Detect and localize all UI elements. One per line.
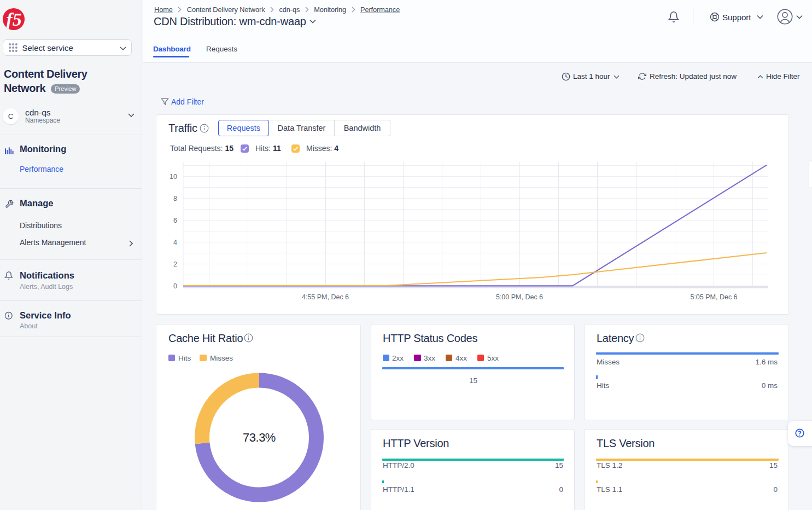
svg-text:10: 10	[170, 173, 177, 181]
svg-text:73.3%: 73.3%	[243, 431, 276, 444]
svg-text:4:55 PM, Dec 6: 4:55 PM, Dec 6	[302, 293, 349, 301]
svg-text:5:05 PM, Dec 6: 5:05 PM, Dec 6	[690, 293, 737, 301]
svg-text:4: 4	[173, 239, 177, 246]
svg-text:8: 8	[173, 195, 177, 202]
svg-text:2: 2	[173, 260, 177, 268]
svg-text:5:00 PM, Dec 6: 5:00 PM, Dec 6	[496, 293, 543, 301]
svg-text:6: 6	[173, 217, 177, 224]
svg-text:f5: f5	[6, 9, 21, 30]
svg-text:0: 0	[173, 282, 177, 290]
